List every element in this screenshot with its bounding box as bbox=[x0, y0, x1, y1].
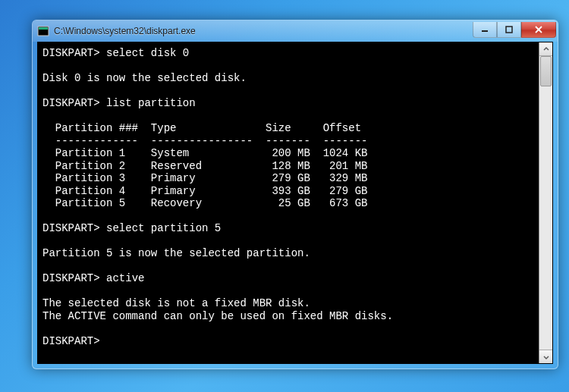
console-frame: DISKPART> select disk 0 Disk 0 is now th… bbox=[37, 42, 553, 364]
window-title: C:\Windows\system32\diskpart.exe bbox=[54, 26, 473, 36]
window-controls bbox=[473, 22, 556, 37]
table-row: Partition 4 Primary 393 GB 279 GB bbox=[42, 185, 367, 197]
prompt: DISKPART> bbox=[42, 97, 100, 109]
scroll-up-button[interactable] bbox=[539, 42, 552, 56]
table-row: Partition 2 Reserved 128 MB 201 MB bbox=[42, 160, 367, 172]
output-line: Disk 0 is now the selected disk. bbox=[42, 72, 247, 84]
prompt: DISKPART> bbox=[42, 335, 100, 347]
prompt: DISKPART> bbox=[42, 47, 100, 59]
minimize-button[interactable] bbox=[473, 22, 497, 38]
console-window: C:\Windows\system32\diskpart.exe DISKPAR… bbox=[32, 20, 558, 369]
output-line: The ACTIVE command can only be used on f… bbox=[42, 310, 393, 322]
prompt: DISKPART> bbox=[42, 272, 100, 284]
cmd: active bbox=[106, 272, 144, 284]
scroll-down-button[interactable] bbox=[539, 350, 552, 363]
console-output[interactable]: DISKPART> select disk 0 Disk 0 is now th… bbox=[38, 42, 539, 363]
scroll-track[interactable] bbox=[539, 56, 552, 350]
table-row: Partition 5 Recovery 25 GB 673 GB bbox=[42, 197, 367, 209]
cmd: select disk 0 bbox=[106, 47, 189, 59]
output-line: Partition 5 is now the selected partitio… bbox=[42, 247, 310, 259]
cmd: select partition 5 bbox=[106, 222, 221, 234]
svg-rect-1 bbox=[39, 27, 48, 30]
svg-rect-3 bbox=[506, 27, 512, 33]
close-button[interactable] bbox=[521, 22, 556, 38]
app-icon bbox=[37, 25, 49, 37]
table-row: Partition 1 System 200 MB 1024 KB bbox=[42, 147, 367, 159]
prompt: DISKPART> bbox=[42, 222, 100, 234]
table-header: Partition ### Type Size Offset bbox=[42, 122, 361, 134]
titlebar[interactable]: C:\Windows\system32\diskpart.exe bbox=[33, 20, 558, 42]
table-divider: ------------- ---------------- ------- -… bbox=[42, 135, 367, 147]
scroll-thumb[interactable] bbox=[540, 56, 552, 86]
output-line: The selected disk is not a fixed MBR dis… bbox=[42, 297, 310, 309]
vertical-scrollbar[interactable] bbox=[539, 42, 552, 363]
cmd: list partition bbox=[106, 97, 196, 109]
table-row: Partition 3 Primary 279 GB 329 MB bbox=[42, 172, 367, 184]
maximize-button[interactable] bbox=[497, 22, 521, 38]
